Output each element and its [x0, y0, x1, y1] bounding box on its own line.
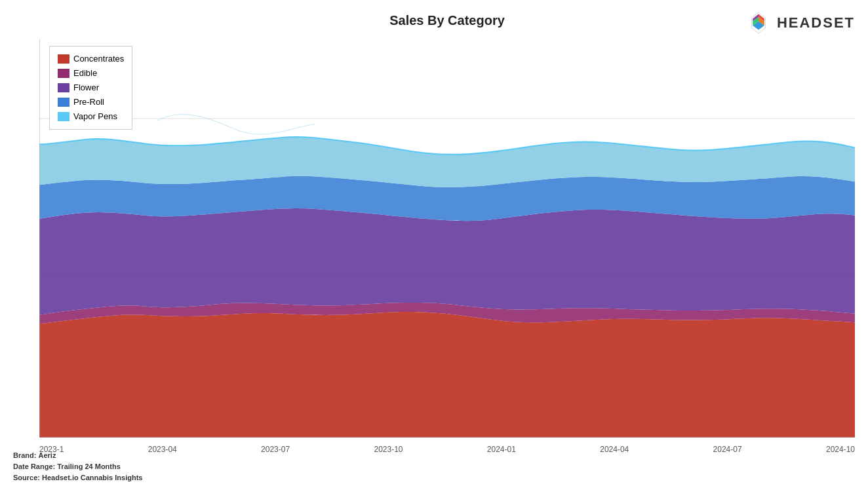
x-label-2024-04: 2024-04	[600, 445, 629, 454]
footer-info: Brand: Aeriz Date Range: Trailing 24 Mon…	[13, 450, 142, 483]
x-label-2024-07: 2024-07	[713, 445, 742, 454]
chart-legend: Concentrates Edible Flower Pre-Roll Vapo…	[49, 46, 132, 130]
legend-label-edible: Edible	[73, 66, 97, 81]
legend-color-preroll	[58, 98, 69, 107]
logo-text: HEADSET	[777, 14, 855, 31]
footer-source: Source: Headset.io Cannabis Insights	[13, 472, 142, 483]
legend-item-vaporpens: Vapor Pens	[58, 109, 124, 124]
stacked-area-chart	[39, 39, 855, 438]
concentrates-area	[39, 312, 855, 438]
brand-label: Brand:	[13, 451, 36, 459]
x-label-2024-01: 2024-01	[487, 445, 516, 454]
x-label-2023-10: 2023-10	[374, 445, 403, 454]
legend-color-flower	[58, 83, 69, 92]
source-value: Headset.io Cannabis Insights	[42, 474, 142, 481]
legend-item-concentrates: Concentrates	[58, 52, 124, 66]
x-label-2024-10: 2024-10	[826, 445, 855, 454]
footer-date-range: Date Range: Trailing 24 Months	[13, 461, 142, 472]
flower-area	[39, 208, 855, 315]
source-label: Source:	[13, 474, 40, 481]
legend-color-vaporpens	[58, 112, 69, 121]
x-label-2023-07: 2023-07	[261, 445, 290, 454]
legend-item-preroll: Pre-Roll	[58, 95, 124, 109]
legend-color-concentrates	[58, 54, 69, 64]
logo: HEADSET	[745, 10, 855, 36]
x-axis-labels: 2023-1 2023-04 2023-07 2023-10 2024-01 2…	[39, 445, 855, 454]
legend-label-preroll: Pre-Roll	[73, 95, 104, 109]
headset-logo-icon	[745, 10, 772, 36]
legend-label-concentrates: Concentrates	[73, 52, 124, 66]
chart-title: Sales By Category	[39, 13, 855, 28]
legend-label-vaporpens: Vapor Pens	[73, 109, 117, 124]
legend-label-flower: Flower	[73, 81, 99, 95]
brand-value: Aeriz	[39, 451, 56, 459]
legend-color-edible	[58, 69, 69, 78]
footer-brand: Brand: Aeriz	[13, 450, 142, 461]
chart-container: HEADSET Sales By Category Concentrates E…	[0, 0, 868, 490]
date-range-label: Date Range:	[13, 462, 55, 470]
legend-item-edible: Edible	[58, 66, 124, 81]
legend-item-flower: Flower	[58, 81, 124, 95]
x-label-2023-04: 2023-04	[148, 445, 177, 454]
date-range-value: Trailing 24 Months	[57, 462, 121, 470]
